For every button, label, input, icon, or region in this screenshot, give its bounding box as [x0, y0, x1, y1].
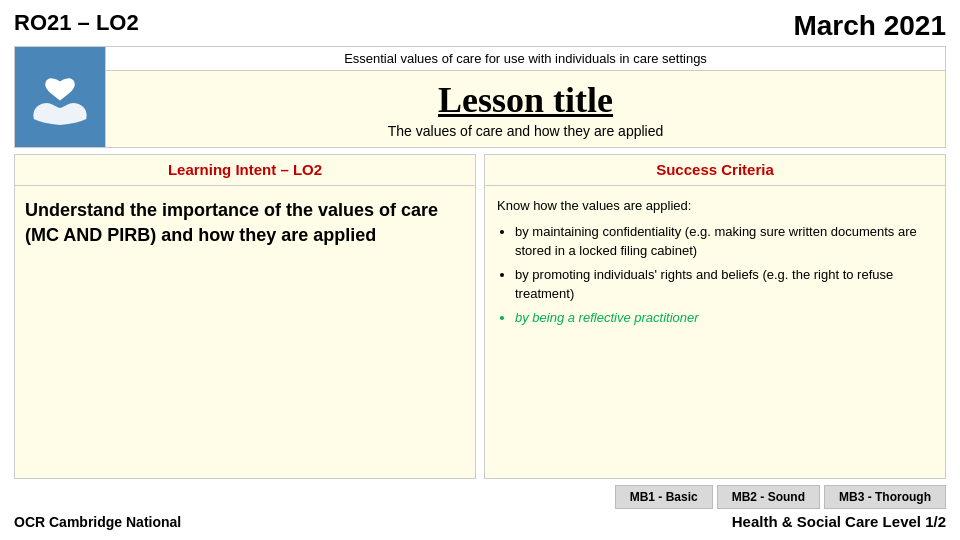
- list-item: by promoting individuals' rights and bel…: [515, 265, 933, 304]
- left-column: Learning Intent – LO2 Understand the imp…: [14, 154, 476, 479]
- lesson-subtitle: The values of care and how they are appl…: [388, 123, 664, 139]
- success-criteria-intro: Know how the values are applied:: [497, 196, 933, 216]
- mb-badges-row: MB1 - Basic MB2 - Sound MB3 - Thorough: [14, 485, 946, 509]
- banner-subtitle: Essential values of care for use with in…: [106, 47, 945, 71]
- banner-title-area: Lesson title The values of care and how …: [106, 71, 945, 147]
- list-item: by maintaining confidentiality (e.g. mak…: [515, 222, 933, 261]
- right-column: Success Criteria Know how the values are…: [484, 154, 946, 479]
- success-criteria-label: Success Criteria: [656, 161, 774, 178]
- mb1-badge: MB1 - Basic: [615, 485, 713, 509]
- learning-intent-label: Learning Intent – LO2: [168, 161, 322, 178]
- logo-box: [15, 47, 105, 147]
- right-col-body: Know how the values are applied: by main…: [485, 186, 945, 478]
- main-content: Learning Intent – LO2 Understand the imp…: [14, 154, 946, 479]
- footer-left: OCR Cambridge National: [14, 514, 181, 530]
- course-code: RO21 – LO2: [14, 10, 139, 36]
- mb2-badge: MB2 - Sound: [717, 485, 820, 509]
- lesson-title: Lesson title: [438, 79, 613, 121]
- page: RO21 – LO2 March 2021 Essential values o…: [0, 0, 960, 540]
- top-banner: Essential values of care for use with in…: [14, 46, 946, 148]
- success-criteria-list: by maintaining confidentiality (e.g. mak…: [497, 222, 933, 328]
- banner-right: Essential values of care for use with in…: [105, 47, 945, 147]
- mb3-badge: MB3 - Thorough: [824, 485, 946, 509]
- logo-icon: [25, 62, 95, 132]
- date: March 2021: [793, 10, 946, 42]
- footer-right: Health & Social Care Level 1/2: [732, 513, 946, 530]
- left-col-body: Understand the importance of the values …: [15, 186, 475, 478]
- header-row: RO21 – LO2 March 2021: [14, 10, 946, 42]
- right-col-header: Success Criteria: [485, 155, 945, 186]
- list-item-green: by being a reflective practitioner: [515, 308, 933, 328]
- left-col-header: Learning Intent – LO2: [15, 155, 475, 186]
- footer-row: OCR Cambridge National Health & Social C…: [14, 513, 946, 530]
